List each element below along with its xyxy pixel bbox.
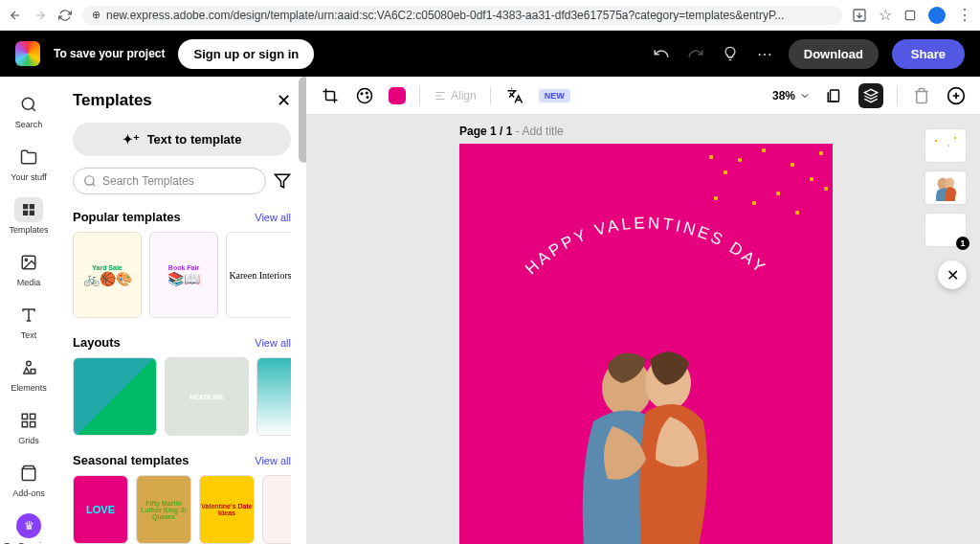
download-button[interactable]: Download	[789, 39, 879, 69]
svg-rect-15	[831, 90, 839, 102]
media-icon	[14, 250, 43, 275]
more-icon[interactable]: ⋯	[754, 43, 775, 64]
align-control: Align	[434, 89, 477, 102]
site-settings-icon: ⊕	[92, 9, 100, 21]
browser-menu-icon[interactable]: ⋮	[957, 6, 972, 24]
svg-point-11	[358, 88, 372, 102]
layout-thumbnails: HEADLINE	[73, 357, 291, 436]
bookmark-icon[interactable]: ☆	[879, 6, 892, 24]
fill-color-swatch[interactable]	[389, 87, 406, 104]
pages-icon[interactable]	[824, 85, 845, 106]
left-rail: Search Your stuff Templates Media Text E…	[0, 77, 57, 544]
search-icon	[14, 92, 43, 117]
install-app-icon[interactable]	[852, 8, 867, 23]
layers-icon[interactable]	[858, 83, 883, 108]
chevron-down-icon	[799, 90, 811, 102]
premium-icon: ♛	[16, 513, 41, 538]
seasonal-thumb[interactable]	[262, 475, 291, 544]
valentine-arc-text[interactable]: HAPPY VALENTINES DAY	[502, 215, 790, 302]
undo-icon[interactable]	[651, 43, 672, 64]
browser-reload[interactable]	[57, 8, 73, 23]
layout-thumb[interactable]	[73, 357, 157, 436]
couple-photo[interactable]	[555, 335, 737, 544]
artboard[interactable]: HAPPY VALENTINES DAY	[459, 144, 833, 544]
text-to-template-button[interactable]: ✦⁺ Text to template	[73, 123, 291, 156]
svg-point-5	[27, 361, 32, 366]
rail-your-stuff[interactable]: Your stuff	[0, 139, 57, 188]
svg-rect-8	[22, 422, 27, 427]
svg-point-21	[945, 178, 954, 189]
text-icon	[14, 303, 43, 328]
popular-view-all[interactable]: View all	[255, 212, 291, 223]
svg-rect-6	[22, 414, 27, 419]
crop-icon[interactable]	[320, 85, 341, 106]
layer-thumb[interactable]	[924, 170, 967, 205]
template-thumb[interactable]: Kareen Interiors	[226, 232, 291, 318]
addons-icon	[14, 461, 43, 486]
rail-elements[interactable]: Elements	[0, 350, 57, 398]
svg-rect-9	[31, 422, 35, 427]
layer-thumb[interactable]: 1	[924, 213, 967, 247]
rail-media[interactable]: Media	[0, 244, 57, 293]
search-templates-input[interactable]: Search Templates	[73, 168, 266, 194]
layouts-view-all[interactable]: View all	[255, 337, 291, 349]
filter-icon[interactable]	[274, 172, 291, 190]
seasonal-thumb[interactable]: Fifty Martin Luther King Jr Quotes	[136, 475, 191, 544]
layout-thumb[interactable]	[256, 357, 291, 436]
seasonal-view-all[interactable]: View all	[255, 455, 291, 466]
svg-point-13	[367, 92, 368, 94]
popular-title: Popular templates	[73, 210, 181, 224]
canvas-viewport[interactable]: Page 1 / 1 - Add title HAPPY VALENTINES …	[306, 115, 980, 544]
layer-thumb[interactable]	[924, 128, 967, 163]
browser-url-bar[interactable]: ⊕ new.express.adobe.com/design/template/…	[82, 6, 842, 25]
svg-point-2	[22, 98, 33, 109]
template-thumb[interactable]: Yard Sale🚲🏀🎨	[73, 232, 142, 318]
redo-icon[interactable]	[685, 43, 706, 64]
seasonal-thumb[interactable]: LOVE	[73, 475, 128, 544]
search-icon	[83, 174, 97, 188]
browser-forward[interactable]	[33, 8, 48, 23]
adobe-express-logo[interactable]	[15, 41, 40, 66]
canvas-area: Align NEW 38% Page 1 / 1 - Add title	[306, 77, 980, 544]
zoom-control[interactable]: 38%	[772, 89, 811, 102]
lightbulb-icon[interactable]	[720, 43, 741, 64]
page-label[interactable]: Page 1 / 1 - Add title	[459, 125, 564, 138]
browser-back[interactable]	[8, 8, 23, 23]
elements-icon	[14, 355, 43, 380]
svg-rect-1	[905, 11, 914, 19]
close-panel-icon[interactable]: ✕	[277, 90, 291, 111]
rail-templates[interactable]: Templates	[0, 192, 57, 240]
svg-point-4	[25, 259, 27, 261]
rail-premium[interactable]: ♛ Try Premium	[0, 508, 57, 544]
panel-title: Templates	[73, 91, 152, 110]
svg-rect-7	[31, 414, 35, 419]
profile-avatar[interactable]	[928, 7, 946, 24]
templates-panel: Templates ✕ ✦⁺ Text to template Search T…	[57, 77, 306, 544]
canvas-toolbar: Align NEW 38%	[306, 77, 980, 115]
grids-icon	[14, 408, 43, 433]
folder-icon	[14, 145, 43, 170]
svg-text:HAPPY VALENTINES DAY: HAPPY VALENTINES DAY	[522, 215, 770, 278]
seasonal-thumbnails: LOVE Fifty Martin Luther King Jr Quotes …	[73, 475, 291, 544]
extensions-icon[interactable]	[903, 9, 917, 22]
rail-search[interactable]: Search	[0, 86, 57, 135]
rail-text[interactable]: Text	[0, 297, 57, 346]
url-text: new.express.adobe.com/design/template/ur…	[106, 9, 784, 22]
share-button[interactable]: Share	[892, 39, 965, 69]
close-thumbs-button[interactable]: ✕	[938, 261, 967, 289]
layout-thumb[interactable]: HEADLINE	[165, 357, 249, 436]
rail-grids[interactable]: Grids	[0, 402, 57, 451]
template-thumb[interactable]: Book Fair📚📖	[149, 232, 218, 318]
translate-icon[interactable]	[504, 85, 525, 106]
layouts-title: Layouts	[73, 335, 121, 350]
seasonal-thumb[interactable]: Valentine's Date Ideas	[199, 475, 255, 544]
svg-point-12	[361, 93, 363, 95]
signup-button[interactable]: Sign up or sign in	[178, 39, 314, 69]
rail-addons[interactable]: Add-ons	[0, 455, 57, 504]
app-header: To save your project Sign up or sign in …	[0, 31, 980, 77]
palette-icon[interactable]	[354, 85, 375, 106]
trash-icon[interactable]	[911, 85, 932, 106]
browser-chrome: ⊕ new.express.adobe.com/design/template/…	[0, 0, 980, 31]
templates-icon	[14, 197, 43, 222]
add-page-icon[interactable]	[946, 85, 967, 106]
